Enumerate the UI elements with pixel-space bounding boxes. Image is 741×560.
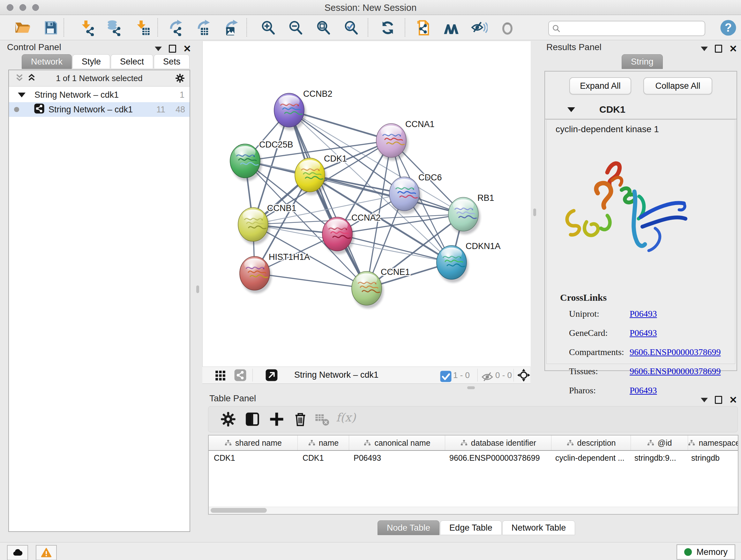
panel-menu-icon[interactable] [701,47,708,51]
function-builder-button[interactable]: f(x) [336,411,356,424]
scrollbar-thumb[interactable] [211,508,267,513]
zoom-in-button[interactable] [260,19,278,37]
table-settings-gear-button[interactable] [220,411,237,428]
import-database-button[interactable] [105,19,123,37]
table-cell[interactable]: 9606.ENSP00000378699 [444,451,550,465]
export-network-button[interactable] [167,19,185,37]
graph-node-CCNB2[interactable]: CCNB2 [274,89,333,130]
panel-float-icon[interactable] [715,396,722,404]
panel-close-icon[interactable]: ✕ [729,397,737,403]
search-field[interactable] [548,21,705,36]
fit-selected-crosshair-icon[interactable] [517,368,531,382]
graph-node-HIST1H1A[interactable]: HIST1H1A [240,252,310,294]
export-image-button[interactable] [223,19,241,37]
tab-network[interactable]: Network [22,54,72,69]
tab-node-table[interactable]: Node Table [378,520,440,535]
tab-edge-table[interactable]: Edge Table [440,520,502,535]
open-folder-button[interactable] [13,19,31,37]
zoom-selected-button[interactable] [343,19,360,37]
table-row[interactable]: CDK1CDK1P064939606.ENSP00000378699cyclin… [209,451,738,465]
open-in-window-icon[interactable] [265,368,279,382]
search-input[interactable] [563,22,701,34]
network-options-gear-icon[interactable] [175,73,185,84]
crosslink-value-link[interactable]: 9606.ENSP00000378699 [630,347,721,357]
panel-close-icon[interactable]: ✕ [183,46,191,52]
panel-float-icon[interactable] [715,45,722,53]
help-button[interactable]: ? [719,19,737,37]
table-cell[interactable]: stringdb [686,451,738,465]
show-all-button[interactable] [498,19,516,37]
section-expander-icon[interactable] [567,107,575,112]
export-table-button[interactable] [195,19,212,37]
panel-menu-icon[interactable] [701,398,708,402]
tab-sets[interactable]: Sets [154,54,190,69]
status-bar: Memory [0,542,741,560]
zoom-fit-button[interactable] [315,19,333,37]
column-header-namespace[interactable]: namespace [688,435,738,450]
network-status-dot [14,107,19,112]
horizontal-splitter-handle[interactable] [467,386,475,389]
share-network-icon[interactable] [233,368,248,382]
horizontal-scrollbar[interactable] [209,507,738,514]
table-cell[interactable]: CDK1 [297,451,348,465]
tab-select[interactable]: Select [111,54,153,69]
table-cell[interactable]: CDK1 [209,451,297,465]
crosslink-value-link[interactable]: P06493 [630,309,657,319]
graph-node-CDC6[interactable]: CDC6 [389,173,442,214]
import-network-button[interactable] [78,19,96,37]
column-header-database-identifier[interactable]: database identifier [445,435,551,450]
graph-node-RB1[interactable]: RB1 [448,193,494,234]
delete-column-button[interactable] [292,411,309,428]
column-header--id[interactable]: @id [631,435,688,450]
toggle-columns-button[interactable] [244,411,261,428]
table-cell[interactable]: stringdb:9... [629,451,686,465]
graph-node-CCNB1[interactable]: CCNB1 [238,203,296,245]
graph-node-CDK1[interactable]: CDK1 [295,154,347,195]
column-header-description[interactable]: description [551,435,631,450]
network-canvas[interactable]: CCNB2CCNA1CDC25BCDK1CDC6RB1CCNB1CCNA2CDK… [202,41,531,367]
tree-expander-icon[interactable] [18,92,25,98]
crosslinks-title: CrossLinks [560,292,607,303]
graph-node-CCNE1[interactable]: CCNE1 [352,267,410,308]
network-row[interactable]: String Network – cdk1 11 48 [9,102,190,117]
save-button[interactable] [42,19,59,37]
clipboard-network-button[interactable] [414,19,432,37]
zoom-out-button[interactable] [287,19,305,37]
table-cell[interactable]: cyclin-dependent ... [550,451,629,465]
birdseye-grid-icon[interactable] [214,368,228,382]
panel-menu-icon[interactable] [155,47,162,51]
memory-button[interactable]: Memory [677,544,735,560]
hide-selected-button[interactable] [470,19,488,37]
crosslink-value-link[interactable]: P06493 [630,328,657,338]
import-database-icon [105,19,122,36]
table-cell[interactable]: P06493 [348,451,444,465]
import-table-button[interactable] [133,19,151,37]
column-header-canonical-name[interactable]: canonical name [349,435,445,450]
crosslink-value-link[interactable]: P06493 [630,385,657,395]
network-graph[interactable]: CCNB2CCNA1CDC25BCDK1CDC6RB1CCNB1CCNA2CDK… [203,41,531,367]
refresh-button[interactable] [379,19,397,37]
hidden-eye-icon[interactable] [481,370,493,382]
panel-close-icon[interactable]: ✕ [729,46,737,52]
column-header-name[interactable]: name [298,435,349,450]
warning-status-button[interactable] [36,545,57,560]
network-overview-button[interactable] [442,19,460,37]
vertical-splitter-handle[interactable] [196,286,199,293]
protein-section-header[interactable]: CDK1 [545,100,737,119]
cloud-status-button[interactable] [7,545,28,560]
add-column-button[interactable] [268,411,285,428]
tab-string[interactable]: String [622,54,663,69]
selected-checkbox-icon[interactable] [439,370,451,381]
tab-style[interactable]: Style [72,54,110,69]
column-header-shared-name[interactable]: shared name [209,435,298,450]
panel-float-icon[interactable] [169,45,176,53]
crosslink-value-link[interactable]: 9606.ENSP00000378699 [630,366,721,376]
graph-node-CDC25B[interactable]: CDC25B [230,140,293,181]
graph-node-CCNA2[interactable]: CCNA2 [322,213,381,254]
graph-node-CDKN1A[interactable]: CDKN1A [436,241,501,283]
expand-all-button[interactable]: Expand All [569,77,631,95]
vertical-splitter-handle[interactable] [533,208,536,216]
tab-network-table[interactable]: Network Table [502,520,576,535]
network-collection-row[interactable]: String Network – cdk1 1 [9,87,190,102]
collapse-all-button[interactable]: Collapse All [643,77,712,95]
